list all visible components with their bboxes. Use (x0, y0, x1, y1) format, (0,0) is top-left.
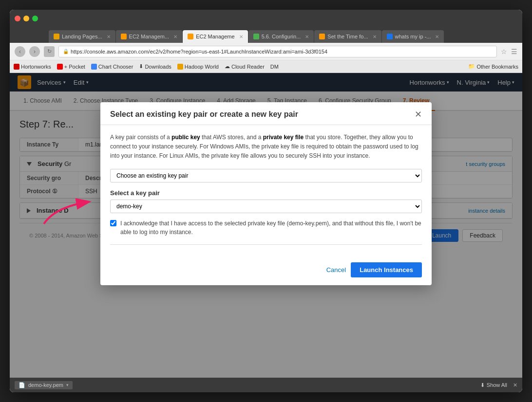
tab-icon (188, 34, 193, 39)
aws-console: 📦 Services ▾ Edit ▾ Hortonworks ▾ N. Vir… (10, 73, 522, 378)
download-bar: 📄 demo-key.pem ▾ ⬇ Show All ✕ (10, 378, 522, 392)
maximize-traffic-light[interactable] (32, 16, 38, 21)
tab-landing-pages[interactable]: Landing Pages... ✕ (49, 30, 115, 43)
modal-close-button[interactable]: ✕ (415, 110, 422, 119)
show-all-button[interactable]: ⬇ Show All ✕ (480, 382, 517, 388)
tab-close-icon[interactable]: ✕ (173, 34, 177, 39)
tab-icon (253, 34, 259, 39)
tab-ec2-1[interactable]: EC2 Managem... ✕ (116, 30, 183, 43)
modal-header: Select an existing key pair or create a … (100, 102, 432, 125)
tab-icon (387, 34, 393, 39)
address-input[interactable]: 🔒 https://console.aws.amazon.com/ec2/v2/… (58, 46, 497, 57)
key-pair-modal: Select an existing key pair or create a … (100, 102, 432, 285)
tab-close-icon[interactable]: ✕ (373, 34, 377, 39)
lock-icon: 🔒 (63, 49, 69, 54)
tab-close-icon[interactable]: ✕ (435, 34, 439, 39)
download-close-icon[interactable]: ✕ (513, 382, 517, 388)
bookmark-downloads[interactable]: ⬇ Downloads (139, 63, 171, 70)
download-item-pem[interactable]: 📄 demo-key.pem ▾ (15, 381, 73, 389)
bookmark-icon (91, 64, 97, 70)
bookmark-icon (14, 64, 19, 70)
close-traffic-light[interactable] (15, 16, 20, 21)
tab-configure[interactable]: 5.6. Configurin... ✕ (248, 30, 314, 43)
tab-whats-my-ip[interactable]: whats my ip -... ✕ (382, 30, 444, 43)
modal-title: Select an existing key pair or create a … (110, 110, 298, 119)
tab-icon (54, 34, 59, 39)
acknowledge-checkbox[interactable] (110, 220, 116, 226)
cloud-icon: ☁ (225, 63, 230, 70)
bookmark-other[interactable]: 📁 Other Bookmarks (468, 63, 518, 70)
forward-button[interactable]: › (29, 46, 40, 57)
modal-launch-button[interactable]: Launch Instances (351, 262, 422, 277)
tab-icon (121, 34, 127, 39)
bookmark-hadoop-world[interactable]: Hadoop World (177, 64, 219, 70)
bookmark-icon (177, 64, 183, 70)
tab-icon (319, 34, 325, 39)
bookmark-icon (57, 64, 63, 70)
tab-close-icon[interactable]: ✕ (107, 34, 111, 39)
modal-divider (110, 244, 422, 245)
bookmark-pocket[interactable]: + Pocket (57, 64, 85, 70)
back-button[interactable]: ‹ (15, 46, 25, 57)
keypair-mode-select[interactable]: Choose an existing key pair (110, 169, 422, 183)
modal-overlay: Select an existing key pair or create a … (10, 73, 522, 378)
keypair-label: Select a key pair (110, 189, 422, 197)
address-bar-row: ‹ › ↻ 🔒 https://console.aws.amazon.com/e… (10, 43, 522, 60)
bookmark-star-icon[interactable]: ☆ (501, 48, 507, 55)
modal-cancel-button[interactable]: Cancel (326, 266, 346, 274)
modal-description: A key pair consists of a public key that… (110, 133, 422, 161)
browser-titlebar (10, 10, 522, 27)
acknowledge-label: I acknowledge that I have access to the … (120, 219, 422, 237)
minimize-traffic-light[interactable] (23, 16, 29, 21)
browser-tabs: Landing Pages... ✕ EC2 Managem... ✕ EC2 … (10, 27, 522, 43)
menu-icon[interactable]: ☰ (511, 48, 517, 55)
bookmark-hortonworks[interactable]: Hortonworks (14, 64, 51, 70)
tab-close-icon[interactable]: ✕ (239, 34, 243, 39)
bookmark-dm[interactable]: DM (270, 64, 279, 70)
tab-ec2-2-active[interactable]: EC2 Manageme ✕ (183, 30, 248, 43)
bookmark-chart-chooser[interactable]: Chart Chooser (91, 64, 133, 70)
acknowledge-row: I acknowledge that I have access to the … (110, 219, 422, 237)
modal-body: A key pair consists of a public key that… (100, 125, 432, 258)
folder-icon: 📁 (468, 63, 475, 70)
tab-close-icon[interactable]: ✕ (305, 34, 309, 39)
show-all-icon: ⬇ (480, 382, 485, 388)
download-dropdown-icon[interactable]: ▾ (66, 383, 69, 387)
bookmarks-bar: Hortonworks + Pocket Chart Chooser ⬇ Dow… (10, 60, 522, 73)
download-icon: ⬇ (139, 63, 143, 70)
tab-set-time[interactable]: Set the Time fo... ✕ (314, 30, 381, 43)
bookmark-cloud-reader[interactable]: ☁ Cloud Reader (225, 63, 265, 70)
arrow-annotation (39, 190, 97, 231)
file-icon: 📄 (19, 382, 25, 388)
keypair-select[interactable]: demo-key (110, 200, 422, 213)
modal-footer: Cancel Launch Instances (100, 258, 432, 285)
refresh-button[interactable]: ↻ (44, 46, 55, 57)
